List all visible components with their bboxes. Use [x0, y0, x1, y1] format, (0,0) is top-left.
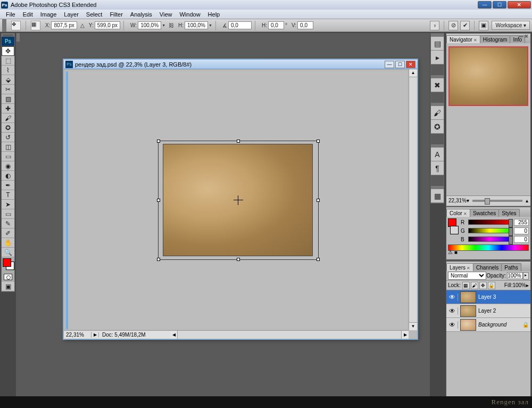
transform-handle-bl[interactable] [157, 258, 160, 261]
lock-all-icon[interactable]: 🔒 [488, 282, 495, 289]
menu-file[interactable]: File [2, 11, 19, 18]
layer-name[interactable]: Layer 2 [478, 308, 530, 314]
lasso-tool[interactable]: ⌇ [2, 66, 14, 75]
path-select-tool[interactable]: ➤ [2, 200, 14, 209]
blur-tool[interactable]: ◉ [2, 161, 14, 171]
healing-brush-tool[interactable]: ✚ [2, 104, 14, 113]
tool-presets-panel-icon[interactable]: ✖ [431, 78, 444, 92]
fill-input[interactable]: 100% [512, 282, 526, 288]
tab-color[interactable]: Color✕ [446, 209, 470, 217]
go-bridge-icon[interactable]: ▣ [479, 21, 488, 30]
tab-swatches[interactable]: Swatches [470, 209, 499, 217]
options-grip[interactable] [2, 19, 6, 32]
transform-handle-tm[interactable] [237, 140, 240, 143]
tab-channels[interactable]: Channels [473, 263, 502, 271]
window-maximize-button[interactable]: ☐ [493, 1, 506, 9]
layer-name[interactable]: Background [478, 322, 521, 328]
menu-layer[interactable]: Layer [60, 11, 82, 18]
layer-thumbnail[interactable] [460, 291, 476, 303]
transform-handle-tl[interactable] [157, 140, 160, 143]
scroll-left-button[interactable]: ◀ [170, 331, 178, 339]
shape-tool[interactable]: ▭ [2, 209, 14, 219]
menu-help[interactable]: Help [204, 11, 224, 18]
brush-tool[interactable]: 🖌 [2, 113, 14, 123]
history-panel-icon[interactable]: ▤ [431, 37, 444, 51]
menu-window[interactable]: Window [176, 11, 204, 18]
layer-row[interactable]: 👁 Layer 2 [446, 304, 530, 318]
h-input[interactable]: 100,0% [185, 21, 208, 29]
layer-comps-panel-icon[interactable]: ▦ [431, 189, 444, 203]
tab-layers[interactable]: Layers✕ [446, 263, 473, 271]
color-swatches[interactable] [2, 257, 14, 272]
layer-thumbnail[interactable] [460, 319, 476, 331]
gamut-warning-icon[interactable]: ⚠ ■ [448, 249, 458, 255]
zoom-level-input[interactable]: 22,31% [64, 332, 92, 338]
visibility-toggle-icon[interactable]: 👁 [446, 293, 458, 301]
menu-analysis[interactable]: Analysis [127, 11, 156, 18]
menu-select[interactable]: Select [82, 11, 106, 18]
eyedropper-tool[interactable]: ✐ [2, 229, 14, 238]
screen-mode-toggle[interactable]: ▣ [2, 282, 14, 291]
layer-row[interactable]: 👁 Background 🔒 [446, 318, 530, 332]
menu-edit[interactable]: Edit [19, 11, 37, 18]
panel-controls[interactable]: —✕ [519, 34, 530, 39]
w-input[interactable]: 100,0% [138, 21, 161, 29]
y-input[interactable]: 599,0 px [95, 21, 120, 29]
commit-transform-button[interactable]: ✔ [460, 21, 470, 30]
transform-handle-bm[interactable] [237, 258, 240, 261]
menu-view[interactable]: View [156, 11, 176, 18]
doc-close-button[interactable]: ✕ [406, 61, 415, 68]
navigator-thumbnail[interactable] [448, 46, 528, 106]
transform-handle-br[interactable] [317, 258, 320, 261]
vskew-input[interactable]: 0,0 [297, 21, 313, 29]
g-slider[interactable] [468, 228, 512, 233]
zoom-tool[interactable]: 🔍 [2, 248, 14, 257]
b-slider[interactable] [468, 236, 512, 242]
reference-point-icon[interactable]: ▦ [31, 21, 40, 30]
brushes-panel-icon[interactable]: 🖌 [431, 106, 444, 120]
dock-toggle[interactable] [16, 33, 20, 42]
layer-name[interactable]: Layer 3 [478, 294, 530, 300]
transform-handle-tr[interactable] [317, 140, 320, 143]
pen-tool[interactable]: ✒ [2, 181, 14, 190]
crop-tool[interactable]: ✂ [2, 85, 14, 94]
hand-tool[interactable]: ✋ [2, 238, 14, 248]
tab-navigator[interactable]: Navigator✕ [446, 35, 480, 43]
hskew-input[interactable]: 0,0 [268, 21, 284, 29]
type-tool[interactable]: T [2, 190, 14, 200]
r-value[interactable]: 255 [514, 219, 529, 226]
zoom-out-icon[interactable]: ▾ [467, 198, 469, 203]
slice-tool[interactable]: ▨ [2, 94, 14, 104]
layer-row[interactable]: 👁 Layer 3 [446, 290, 530, 304]
x-input[interactable]: 807,5 px [51, 21, 77, 29]
doc-maximize-button[interactable]: ☐ [395, 61, 405, 68]
color-background-swatch[interactable] [450, 226, 459, 234]
transform-handle-ml[interactable] [157, 199, 160, 202]
eraser-tool[interactable]: ◫ [2, 142, 14, 152]
warp-mode-icon[interactable]: ♀ [430, 21, 439, 30]
scroll-right-button[interactable]: ▶ [401, 331, 409, 339]
zoom-in-icon[interactable]: ▴ [526, 198, 528, 203]
menu-filter[interactable]: Filter [106, 11, 126, 18]
y-delta-icon[interactable]: △ [80, 22, 85, 28]
gradient-tool[interactable]: ▭ [2, 152, 14, 161]
color-spectrum[interactable] [448, 244, 529, 251]
dodge-tool[interactable]: ◐ [2, 171, 14, 181]
lock-transparent-icon[interactable]: ▦ [462, 282, 470, 289]
workspace-button[interactable]: Workspace ▾ [492, 21, 530, 30]
cancel-transform-button[interactable]: ⊘ [448, 21, 458, 30]
status-menu-button[interactable]: ▶ [92, 332, 99, 337]
window-minimize-button[interactable]: — [478, 1, 492, 9]
tab-styles[interactable]: Styles [498, 209, 519, 217]
visibility-toggle-icon[interactable]: 👁 [446, 321, 458, 329]
opacity-dropdown-button[interactable]: ▸ [523, 272, 529, 280]
lock-pixels-icon[interactable]: 🖌 [471, 282, 478, 289]
quick-select-tool[interactable]: ⬙ [2, 75, 14, 85]
transform-center-icon[interactable] [236, 198, 241, 203]
lock-position-icon[interactable]: ✥ [479, 282, 487, 289]
clone-stamp-tool[interactable]: ✪ [2, 123, 14, 133]
horizontal-scrollbar[interactable]: ◀ ▶ [170, 330, 409, 339]
g-value[interactable]: 0 [514, 227, 529, 234]
r-slider[interactable] [468, 219, 512, 225]
foreground-color-swatch[interactable] [3, 258, 11, 267]
